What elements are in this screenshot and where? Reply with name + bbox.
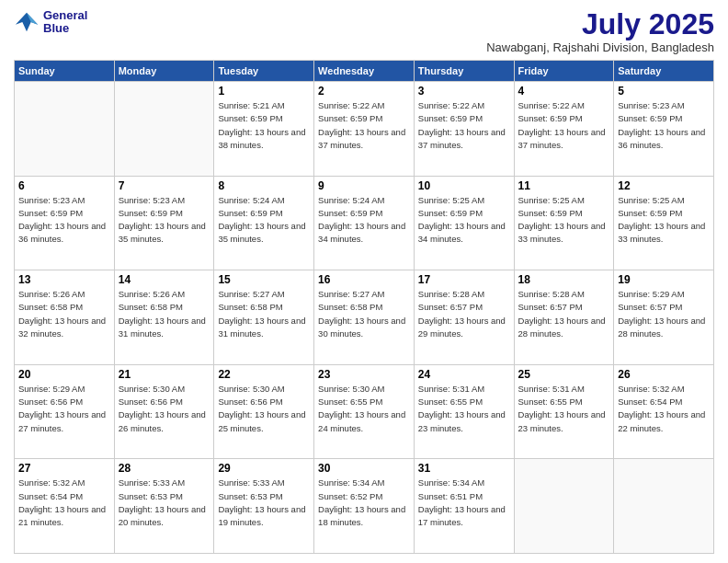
sunrise-text: Sunrise: 5:24 AM <box>318 195 384 205</box>
calendar-cell: 16 Sunrise: 5:27 AM Sunset: 6:58 PM Dayl… <box>314 270 415 365</box>
daylight-text: Daylight: 13 hours and 28 minutes. <box>618 316 705 339</box>
calendar-cell: 2 Sunrise: 5:22 AM Sunset: 6:59 PM Dayli… <box>314 82 415 177</box>
sun-info: Sunrise: 5:30 AM Sunset: 6:55 PM Dayligh… <box>318 383 410 435</box>
sunset-text: Sunset: 6:59 PM <box>119 208 183 218</box>
calendar-cell <box>15 82 115 177</box>
logo-text: General Blue <box>43 9 87 36</box>
day-number: 16 <box>318 273 410 286</box>
day-number: 26 <box>618 368 710 381</box>
calendar-cell: 20 Sunrise: 5:29 AM Sunset: 6:56 PM Dayl… <box>15 364 115 459</box>
calendar-week-row: 13 Sunrise: 5:26 AM Sunset: 6:58 PM Dayl… <box>15 270 714 365</box>
daylight-text: Daylight: 13 hours and 18 minutes. <box>318 504 405 527</box>
daylight-text: Daylight: 13 hours and 31 minutes. <box>218 316 305 339</box>
calendar-cell <box>114 82 214 177</box>
col-thursday: Thursday <box>414 61 514 82</box>
day-number: 24 <box>418 368 510 381</box>
sun-info: Sunrise: 5:25 AM Sunset: 6:59 PM Dayligh… <box>618 194 710 247</box>
daylight-text: Daylight: 13 hours and 37 minutes. <box>318 127 405 150</box>
calendar-cell: 22 Sunrise: 5:30 AM Sunset: 6:56 PM Dayl… <box>214 364 314 459</box>
calendar-cell: 30 Sunrise: 5:34 AM Sunset: 6:52 PM Dayl… <box>314 459 415 554</box>
day-number: 17 <box>418 273 510 286</box>
sun-info: Sunrise: 5:23 AM Sunset: 6:59 PM Dayligh… <box>119 194 210 247</box>
sunset-text: Sunset: 6:52 PM <box>318 491 382 501</box>
calendar-cell: 21 Sunrise: 5:30 AM Sunset: 6:56 PM Dayl… <box>114 364 214 459</box>
page: General Blue July 2025 Nawabganj, Rajsha… <box>0 0 728 563</box>
day-number: 13 <box>18 273 110 286</box>
month-title: July 2025 <box>486 9 714 39</box>
day-number: 18 <box>518 273 610 286</box>
calendar-week-row: 27 Sunrise: 5:32 AM Sunset: 6:54 PM Dayl… <box>15 459 714 554</box>
sunrise-text: Sunrise: 5:24 AM <box>218 195 284 205</box>
calendar-cell: 6 Sunrise: 5:23 AM Sunset: 6:59 PM Dayli… <box>15 176 115 270</box>
sunrise-text: Sunrise: 5:32 AM <box>18 477 85 488</box>
col-monday: Monday <box>114 61 214 82</box>
daylight-text: Daylight: 13 hours and 30 minutes. <box>318 316 405 339</box>
calendar: Sunday Monday Tuesday Wednesday Thursday… <box>14 60 714 554</box>
sunrise-text: Sunrise: 5:28 AM <box>518 289 585 299</box>
calendar-header-row: Sunday Monday Tuesday Wednesday Thursday… <box>15 61 714 82</box>
day-number: 2 <box>318 85 410 98</box>
day-number: 4 <box>518 85 610 98</box>
sunset-text: Sunset: 6:59 PM <box>618 113 682 123</box>
sunrise-text: Sunrise: 5:33 AM <box>218 477 284 488</box>
sunrise-text: Sunrise: 5:29 AM <box>18 384 85 394</box>
sunrise-text: Sunrise: 5:28 AM <box>418 289 484 299</box>
calendar-cell: 15 Sunrise: 5:27 AM Sunset: 6:58 PM Dayl… <box>214 270 314 365</box>
sunrise-text: Sunrise: 5:31 AM <box>518 384 585 394</box>
daylight-text: Daylight: 13 hours and 35 minutes. <box>119 221 206 244</box>
day-number: 1 <box>218 85 310 98</box>
day-number: 8 <box>218 179 310 192</box>
daylight-text: Daylight: 13 hours and 21 minutes. <box>18 504 106 527</box>
daylight-text: Daylight: 13 hours and 33 minutes. <box>618 221 705 244</box>
calendar-cell: 14 Sunrise: 5:26 AM Sunset: 6:58 PM Dayl… <box>114 270 214 365</box>
sunset-text: Sunset: 6:51 PM <box>418 491 483 501</box>
sun-info: Sunrise: 5:32 AM Sunset: 6:54 PM Dayligh… <box>18 477 110 529</box>
sunrise-text: Sunrise: 5:26 AM <box>119 289 185 299</box>
sunset-text: Sunset: 6:53 PM <box>119 491 183 501</box>
sunrise-text: Sunrise: 5:31 AM <box>418 384 484 394</box>
sunrise-text: Sunrise: 5:27 AM <box>318 289 384 299</box>
sun-info: Sunrise: 5:28 AM Sunset: 6:57 PM Dayligh… <box>418 288 510 340</box>
sunrise-text: Sunrise: 5:25 AM <box>518 195 585 205</box>
header: General Blue July 2025 Nawabganj, Rajsha… <box>14 9 714 54</box>
daylight-text: Daylight: 13 hours and 31 minutes. <box>119 316 206 339</box>
day-number: 12 <box>618 179 710 192</box>
sunset-text: Sunset: 6:59 PM <box>518 208 583 218</box>
sunset-text: Sunset: 6:55 PM <box>318 396 382 407</box>
day-number: 11 <box>518 179 610 192</box>
sun-info: Sunrise: 5:23 AM Sunset: 6:59 PM Dayligh… <box>618 99 710 152</box>
sun-info: Sunrise: 5:25 AM Sunset: 6:59 PM Dayligh… <box>518 194 610 247</box>
day-number: 31 <box>418 462 510 475</box>
calendar-cell: 25 Sunrise: 5:31 AM Sunset: 6:55 PM Dayl… <box>514 364 614 459</box>
calendar-cell: 18 Sunrise: 5:28 AM Sunset: 6:57 PM Dayl… <box>514 270 614 365</box>
sunrise-text: Sunrise: 5:26 AM <box>18 289 85 299</box>
daylight-text: Daylight: 13 hours and 20 minutes. <box>119 504 206 527</box>
calendar-cell: 28 Sunrise: 5:33 AM Sunset: 6:53 PM Dayl… <box>114 459 214 554</box>
calendar-cell: 10 Sunrise: 5:25 AM Sunset: 6:59 PM Dayl… <box>414 176 514 270</box>
sun-info: Sunrise: 5:29 AM Sunset: 6:57 PM Dayligh… <box>618 288 710 340</box>
calendar-cell: 24 Sunrise: 5:31 AM Sunset: 6:55 PM Dayl… <box>414 364 514 459</box>
daylight-text: Daylight: 13 hours and 37 minutes. <box>518 127 606 150</box>
daylight-text: Daylight: 13 hours and 25 minutes. <box>218 409 305 432</box>
calendar-cell: 7 Sunrise: 5:23 AM Sunset: 6:59 PM Dayli… <box>114 176 214 270</box>
sunrise-text: Sunrise: 5:32 AM <box>618 384 684 394</box>
sunset-text: Sunset: 6:59 PM <box>418 208 483 218</box>
sunset-text: Sunset: 6:56 PM <box>119 396 183 407</box>
sunset-text: Sunset: 6:55 PM <box>418 396 483 407</box>
day-number: 6 <box>18 179 110 192</box>
daylight-text: Daylight: 13 hours and 22 minutes. <box>618 409 705 432</box>
sun-info: Sunrise: 5:30 AM Sunset: 6:56 PM Dayligh… <box>119 383 210 435</box>
calendar-week-row: 1 Sunrise: 5:21 AM Sunset: 6:59 PM Dayli… <box>15 82 714 177</box>
day-number: 21 <box>119 368 210 381</box>
sun-info: Sunrise: 5:31 AM Sunset: 6:55 PM Dayligh… <box>418 383 510 435</box>
day-number: 10 <box>418 179 510 192</box>
sunset-text: Sunset: 6:59 PM <box>618 208 682 218</box>
location: Nawabganj, Rajshahi Division, Bangladesh <box>486 40 714 54</box>
calendar-cell <box>514 459 614 554</box>
sunset-text: Sunset: 6:58 PM <box>218 302 282 312</box>
sunset-text: Sunset: 6:56 PM <box>218 396 282 407</box>
sunrise-text: Sunrise: 5:23 AM <box>618 100 684 110</box>
calendar-cell: 8 Sunrise: 5:24 AM Sunset: 6:59 PM Dayli… <box>214 176 314 270</box>
sun-info: Sunrise: 5:23 AM Sunset: 6:59 PM Dayligh… <box>18 194 110 247</box>
calendar-cell: 29 Sunrise: 5:33 AM Sunset: 6:53 PM Dayl… <box>214 459 314 554</box>
